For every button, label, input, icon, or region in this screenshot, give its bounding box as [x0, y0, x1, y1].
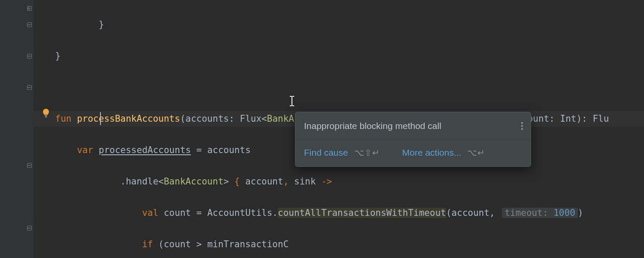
shortcut-hint: ⌥⇧↵ [354, 145, 380, 161]
param-hint-key: timeout: [504, 208, 548, 218]
keyword-if: if [142, 239, 153, 249]
method: handle [126, 176, 158, 187]
fold-marker-icon[interactable] [27, 225, 32, 231]
punct: . [120, 176, 126, 187]
highlighted-method-call: countAllTransactionsWithTimeout [278, 208, 446, 218]
keyword-fun: fun [55, 114, 72, 124]
op: > [196, 239, 202, 249]
inspection-title: Inappropriate blocking method call [304, 118, 441, 134]
identifier: accounts [207, 145, 251, 155]
variable: count [164, 208, 191, 218]
arrow: -> [321, 176, 332, 187]
function-name: processBankAccounts [77, 114, 180, 124]
param-hint-value: 1000 [553, 208, 575, 218]
op: = [191, 145, 207, 155]
more-actions-link[interactable]: More actions... [402, 145, 462, 161]
fold-marker-icon[interactable] [27, 22, 32, 28]
identifier: count [164, 239, 191, 249]
op: = [191, 208, 207, 218]
fold-marker-icon[interactable] [27, 6, 32, 11]
keyword-var: var [77, 145, 93, 155]
type: Flux [240, 114, 262, 124]
lambda-arg: account [245, 176, 283, 187]
generic-type: BankAccount [164, 176, 223, 187]
return-type: Flu [592, 114, 609, 124]
arg: account [452, 208, 490, 218]
text-caret [100, 112, 101, 125]
variable: processedAccounts [99, 145, 191, 155]
param: accounts [185, 114, 229, 124]
find-cause-link[interactable]: Find cause [304, 145, 348, 161]
editor-gutter [0, 0, 33, 258]
type: Int [560, 114, 577, 124]
more-vert-icon[interactable] [521, 122, 523, 130]
keyword-val: val [142, 208, 158, 218]
identifier: minTransactionC [207, 239, 289, 249]
fold-marker-icon[interactable] [27, 85, 32, 90]
lambda-arg: sink [294, 176, 316, 187]
shortcut-hint: ⌥↵ [467, 145, 485, 161]
class-ref: AccountUtils [207, 208, 273, 218]
fold-marker-icon[interactable] [27, 53, 32, 59]
fold-marker-icon[interactable] [27, 163, 32, 168]
inspection-tooltip: Inappropriate blocking method call Find … [295, 112, 531, 167]
